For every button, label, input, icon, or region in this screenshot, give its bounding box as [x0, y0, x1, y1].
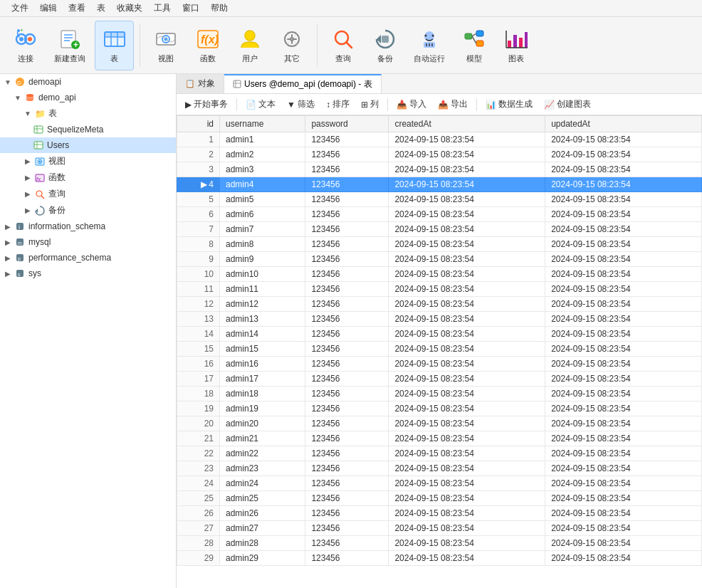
action-text[interactable]: 📄 文本 [241, 97, 280, 112]
table-row[interactable]: 24admin241234562024-09-15 08:23:542024-0… [177, 476, 702, 491]
svg-point-32 [432, 35, 434, 37]
svg-rect-53 [34, 126, 43, 133]
menu-table[interactable]: 表 [91, 1, 111, 16]
action-export[interactable]: 📤 导出 [434, 97, 472, 112]
cell-username: admin27 [220, 521, 305, 536]
menu-help[interactable]: 帮助 [205, 1, 234, 16]
expand-arrow-demoapi: ▼ [3, 77, 13, 87]
action-columns[interactable]: ⊞ 列 [357, 97, 383, 112]
table-row[interactable]: 6admin61234562024-09-15 08:23:542024-09-… [177, 207, 702, 222]
menu-tools[interactable]: 工具 [148, 1, 177, 16]
toolbar-table[interactable]: 表 [95, 21, 134, 70]
table-row[interactable]: 23admin231234562024-09-15 08:23:542024-0… [177, 461, 702, 476]
toolbar-backup[interactable]: 备份 [365, 21, 404, 70]
action-import[interactable]: 📥 导入 [392, 97, 431, 112]
action-filter[interactable]: ▼ 筛选 [283, 97, 319, 112]
toolbar-connect[interactable]: + 连接 [6, 21, 45, 70]
toolbar-new-query[interactable]: + 新建查询 [48, 21, 92, 70]
table-row[interactable]: 7admin71234562024-09-15 08:23:542024-09-… [177, 222, 702, 237]
toolbar-autorun-label: 自动运行 [414, 53, 445, 64]
toolbar-user[interactable]: 用户 [230, 21, 269, 70]
col-header-password[interactable]: password [305, 116, 389, 132]
toolbar-function[interactable]: f(x) 函数 [188, 21, 227, 70]
sidebar-item-functions[interactable]: ▶ fx 函数 [0, 169, 176, 186]
sidebar-item-performance-schema[interactable]: ▶ p performance_schema [0, 250, 176, 266]
action-sort[interactable]: ↕ 排序 [322, 97, 354, 112]
cell-username: admin21 [220, 431, 305, 446]
table-row[interactable]: 2admin21234562024-09-15 08:23:542024-09-… [177, 147, 702, 162]
sidebar-item-queries[interactable]: ▶ 查询 [0, 186, 176, 202]
cell-updatedAt: 2024-09-15 08:23:54 [545, 521, 702, 536]
toolbar-view[interactable]: 视图 [146, 21, 185, 70]
col-header-username[interactable]: username [220, 116, 305, 132]
table-row[interactable]: 3admin31234562024-09-15 08:23:542024-09-… [177, 162, 702, 177]
cell-updatedAt: 2024-09-15 08:23:54 [545, 252, 702, 267]
table-row[interactable]: 1admin11234562024-09-15 08:23:542024-09-… [177, 132, 702, 147]
table-row[interactable]: 25admin251234562024-09-15 08:23:542024-0… [177, 491, 702, 506]
menu-view[interactable]: 查看 [63, 1, 91, 16]
action-bar: ▶ 开始事务 📄 文本 ▼ 筛选 ↕ 排序 ⊞ 列 📥 [177, 94, 702, 115]
cell-password: 123456 [305, 372, 389, 387]
db-icon-info-schema: i [14, 221, 26, 232]
cell-id: 2 [177, 147, 220, 162]
table-row[interactable]: 16admin161234562024-09-15 08:23:542024-0… [177, 357, 702, 372]
menu-favorites[interactable]: 收藏夹 [111, 1, 148, 16]
table-row[interactable]: 5admin51234562024-09-15 08:23:542024-09-… [177, 192, 702, 207]
action-data-generate[interactable]: 📊 数据生成 [481, 97, 537, 112]
sidebar-item-demoapi[interactable]: ▼ D demoapi [0, 74, 176, 90]
table-row[interactable]: 11admin111234562024-09-15 08:23:542024-0… [177, 282, 702, 297]
table-row[interactable]: 21admin211234562024-09-15 08:23:542024-0… [177, 431, 702, 446]
table-row[interactable]: 19admin191234562024-09-15 08:23:542024-0… [177, 401, 702, 416]
sidebar-item-users[interactable]: Users [0, 137, 176, 153]
table-row[interactable]: 9admin91234562024-09-15 08:23:542024-09-… [177, 252, 702, 267]
table-row[interactable]: 14admin141234562024-09-15 08:23:542024-0… [177, 327, 702, 342]
table-row[interactable]: 15admin151234562024-09-15 08:23:542024-0… [177, 342, 702, 357]
table-row[interactable]: 29admin291234562024-09-15 08:23:542024-0… [177, 551, 702, 566]
toolbar-other[interactable]: 其它 [272, 21, 311, 70]
cell-password: 123456 [305, 192, 389, 207]
action-begin-transaction[interactable]: ▶ 开始事务 [181, 97, 232, 112]
cell-username: admin17 [220, 372, 305, 387]
sidebar-item-mysql[interactable]: ▶ m mysql [0, 234, 176, 250]
sidebar-item-information-schema[interactable]: ▶ i information_schema [0, 219, 176, 234]
table-header-row: id username password createdAt updatedAt [177, 116, 702, 132]
menu-edit[interactable]: 编辑 [34, 1, 63, 16]
cell-createdAt: 2024-09-15 08:23:54 [389, 327, 545, 342]
table-row[interactable]: 28admin281234562024-09-15 08:23:542024-0… [177, 536, 702, 551]
cell-username: admin25 [220, 491, 305, 506]
table-row[interactable]: 12admin121234562024-09-15 08:23:542024-0… [177, 297, 702, 312]
table-row[interactable]: 20admin201234562024-09-15 08:23:542024-0… [177, 416, 702, 431]
tab-users-table[interactable]: Users @demo_api (demoapi) - 表 [224, 74, 382, 93]
sidebar-item-views[interactable]: ▶ 视图 [0, 153, 176, 169]
cell-createdAt: 2024-09-15 08:23:54 [389, 177, 545, 192]
sidebar-item-demo-api[interactable]: ▼ demo_api [0, 90, 176, 105]
sidebar-item-backups[interactable]: ▶ 备份 [0, 202, 176, 219]
cell-createdAt: 2024-09-15 08:23:54 [389, 162, 545, 177]
tab-object[interactable]: 📋 对象 [177, 74, 224, 93]
toolbar-autorun[interactable]: 自动运行 [407, 21, 451, 70]
toolbar-model[interactable]: 模型 [454, 21, 493, 70]
sidebar-label-views: 视图 [48, 155, 66, 167]
sidebar-item-tables-folder[interactable]: ▼ 📁 表 [0, 105, 176, 122]
col-header-id[interactable]: id [177, 116, 220, 132]
table-row[interactable]: 10admin101234562024-09-15 08:23:542024-0… [177, 267, 702, 282]
col-header-updatedAt[interactable]: updatedAt [545, 116, 702, 132]
col-header-createdAt[interactable]: createdAt [389, 116, 545, 132]
action-create-chart[interactable]: 📈 创建图表 [540, 97, 595, 112]
table-row[interactable]: ▶ 4admin41234562024-09-15 08:23:542024-0… [177, 177, 702, 192]
sidebar-item-sequelizeMeta[interactable]: SequelizeMeta [0, 122, 176, 137]
sidebar-label-mysql: mysql [28, 237, 51, 247]
sidebar-item-sys[interactable]: ▶ s sys [0, 266, 176, 281]
toolbar-chart[interactable]: 图表 [496, 21, 535, 70]
menu-window[interactable]: 窗口 [177, 1, 205, 16]
table-row[interactable]: 18admin181234562024-09-15 08:23:542024-0… [177, 387, 702, 401]
table-row[interactable]: 8admin81234562024-09-15 08:23:542024-09-… [177, 237, 702, 252]
table-row[interactable]: 22admin221234562024-09-15 08:23:542024-0… [177, 446, 702, 461]
table-row[interactable]: 17admin171234562024-09-15 08:23:542024-0… [177, 372, 702, 387]
cell-id: 8 [177, 237, 220, 252]
table-row[interactable]: 13admin131234562024-09-15 08:23:542024-0… [177, 312, 702, 327]
menu-file[interactable]: 文件 [6, 1, 34, 16]
table-row[interactable]: 26admin261234562024-09-15 08:23:542024-0… [177, 506, 702, 521]
toolbar-query[interactable]: 查询 [323, 21, 362, 70]
table-row[interactable]: 27admin271234562024-09-15 08:23:542024-0… [177, 521, 702, 536]
